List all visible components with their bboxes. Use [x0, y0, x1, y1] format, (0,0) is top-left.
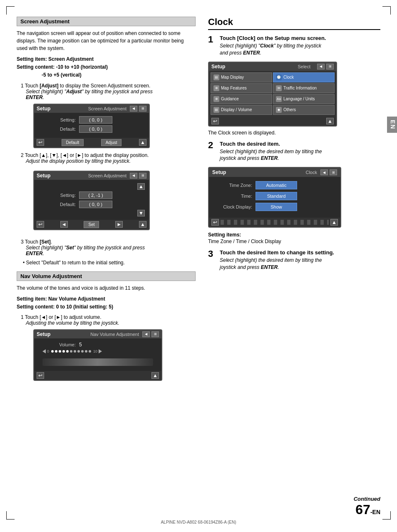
nav-vol-titlebar: Setup Nav Volume Adjustment ◀ ⊞	[34, 330, 161, 338]
vol-dot-10	[85, 350, 87, 353]
time-label: Time:	[214, 194, 256, 199]
screen2-footer-up[interactable]: ▲	[139, 221, 146, 228]
nav-vol-icons: ◀ ⊞	[142, 331, 159, 337]
clock-heading: Clock	[208, 17, 380, 30]
screen2-down-arrow[interactable]: ▼	[137, 210, 145, 216]
nav-vol-up[interactable]: ▲	[151, 372, 159, 379]
nav-volume-content: Setting content: 0 to 10 (Initial settin…	[17, 303, 196, 311]
menu-item-display[interactable]: ▤ Display / Volume	[211, 105, 272, 115]
clock-step1-number: 1	[208, 35, 216, 57]
page-number-suffix: -EN	[370, 509, 380, 515]
default-button[interactable]: Default	[62, 139, 84, 146]
corner-mark-br	[382, 511, 391, 520]
screen2-footer-right[interactable]: ►	[115, 221, 123, 228]
nav-vol-back[interactable]: ↩	[37, 372, 44, 379]
setting2-value: ( 2, -1 )	[79, 191, 112, 199]
setup-menu-titlebar: Setup Select ◀ ⊞	[209, 62, 336, 71]
vol-dot-5	[66, 350, 69, 353]
setup-screen1-default-row: Default: ( 0, 0 )	[38, 125, 145, 133]
en-label: EN	[390, 120, 396, 129]
menu-back-arrow[interactable]: ↩	[211, 118, 219, 124]
setting-items-value: Time Zone / Time / Clock Display	[208, 239, 380, 244]
menu-item-others[interactable]: ◆ Others	[273, 105, 335, 115]
page-number-container: 67-EN	[354, 502, 380, 517]
menu-up-arrow[interactable]: ▲	[326, 118, 334, 124]
clock-display-label: Clock Display:	[214, 204, 256, 209]
clock-footer-pattern	[221, 220, 329, 225]
adjust-button[interactable]: Adjust	[101, 139, 122, 146]
nav-vol-icon2: ⊞	[151, 331, 159, 337]
setup-screen2: Setup Screen Adjustment ◀ ⊞ ▲ Setting:	[33, 171, 150, 230]
continued-text: Continued	[354, 496, 380, 502]
setting-items-label: Setting items:	[208, 232, 380, 238]
nav-vol-title: Setup	[37, 331, 87, 337]
clock-back-arrow[interactable]: ↩	[211, 219, 219, 226]
clock-step1-content: Touch [Clock] on the Setup menu screen. …	[220, 35, 380, 57]
screen2-icon2: ⊞	[139, 173, 146, 179]
language-sidebar: EN	[387, 117, 397, 133]
menu-item-guidance[interactable]: ⊕ Guidance	[211, 94, 272, 104]
menu-item-traffic[interactable]: ≫ Traffic Information	[273, 83, 335, 93]
setting2-label: Setting:	[38, 193, 76, 198]
set-button[interactable]: Set	[84, 221, 99, 228]
clock-screen-subtitle: Clock	[305, 170, 317, 175]
nav-volume-description: The volume of the tones and voice is adj…	[17, 284, 196, 292]
nav-volume-header: Nav Volume Adjustment	[17, 271, 196, 281]
footer-back-arrow[interactable]: ↩	[37, 139, 44, 146]
vol-bar: 0 10	[42, 349, 157, 353]
clock-step1: 1 Touch [Clock] on the Setup menu screen…	[208, 35, 380, 57]
vol-left-arrow	[42, 349, 46, 353]
vol-dot-1	[51, 350, 54, 353]
clock-step3-number: 3	[208, 249, 216, 271]
clock-setup-body: Time Zone: Automatic Time: Standard Cloc…	[209, 177, 340, 218]
map-display-icon: ▤	[213, 75, 219, 80]
vol-dot-8	[77, 350, 80, 353]
nav-vol-step1: 1 Touch [◄] or [►] to adjust volume. Adj…	[21, 314, 196, 326]
setup-screen1-titlebar: Setup Screen Adjustment ◀ ⊞	[34, 104, 149, 113]
menu-item-language[interactable]: Aa Language / Units	[273, 94, 335, 104]
screen-step1-text: 1 Touch [Adjust] to display the Screen A…	[21, 83, 150, 89]
screen2-up-arrow[interactable]: ▲	[137, 183, 145, 190]
timezone-label: Time Zone:	[214, 183, 256, 188]
two-column-layout: Screen Adjustment The navigation screen …	[17, 17, 380, 384]
clock-step3-desc: Select (highlight) the desired item by t…	[220, 257, 380, 271]
clock-step2-number: 2	[208, 141, 216, 162]
screen-step1-italic: Select (highlight) "Adjust" by tilting t…	[26, 89, 196, 100]
screen2-container: Setup Screen Adjustment ◀ ⊞ ▲ Setting:	[25, 167, 150, 234]
vol-label: Volume:	[38, 342, 76, 347]
setting-label: Setting:	[38, 117, 76, 122]
menu-item-map-display[interactable]: ▤ Map Display	[211, 72, 272, 82]
nav-vol-screen: Setup Nav Volume Adjustment ◀ ⊞ Volume: …	[33, 329, 162, 381]
menu-subtitle: Select	[298, 64, 310, 69]
footer-right: Continued 67-EN	[354, 496, 380, 517]
clock-screen-title: Setup	[212, 169, 305, 175]
screen-adjustment-content2: -5 to +5 (vertical)	[17, 71, 196, 79]
setup-screen2-subtitle: Screen Adjustment	[88, 173, 127, 178]
menu-title: Setup	[211, 64, 294, 70]
others-icon: ◆	[276, 107, 282, 113]
setup-screen1-body: Setting: ( 0, 0 ) Default: ( 0, 0 )	[34, 113, 149, 138]
vol-dot-3	[59, 350, 61, 353]
clock-up-arrow[interactable]: ▲	[330, 219, 338, 226]
footer-up-arrow[interactable]: ▲	[139, 139, 146, 146]
vol-dot-2	[55, 350, 57, 353]
clock-step2-desc: Select (highlight) the desired item by t…	[220, 148, 380, 162]
vol-right-arrow	[99, 349, 102, 353]
setup-screen2-titlebar: Setup Screen Adjustment ◀ ⊞	[34, 172, 149, 180]
menu-item-clock[interactable]: 🕐 Clock	[273, 72, 335, 82]
clock-step2-main: Touch the desired item.	[220, 141, 380, 147]
screen2-icon1: ◀	[130, 173, 137, 179]
screen-adjustment-description: The navigation screen will appear out of…	[17, 30, 196, 52]
nav-vol-screen-container: Setup Nav Volume Adjustment ◀ ⊞ Volume: …	[25, 329, 196, 381]
setup-screen2-title: Setup	[37, 173, 85, 179]
screen-adjustment-content1: Setting content: -10 to +10 (horizontal)	[17, 63, 196, 71]
screen-step2: 2 Touch [▲], [▼], [◄] or [►] to adjust t…	[21, 152, 196, 164]
screen-step2-text: 2 Touch [▲], [▼], [◄] or [►] to adjust t…	[21, 152, 149, 158]
vol-dot-4	[62, 350, 65, 353]
screen2-footer-left[interactable]: ◄	[60, 221, 68, 228]
screen2-footer-back[interactable]: ↩	[37, 221, 44, 228]
guidance-icon: ⊕	[213, 96, 219, 102]
menu-item-map-features[interactable]: ⊕ Map Features	[211, 83, 272, 93]
setup-menu-screen: Setup Select ◀ ⊞ ▤ Map Display	[208, 62, 337, 127]
clock-step3-content: Touch the desired Item to change its set…	[220, 249, 380, 271]
